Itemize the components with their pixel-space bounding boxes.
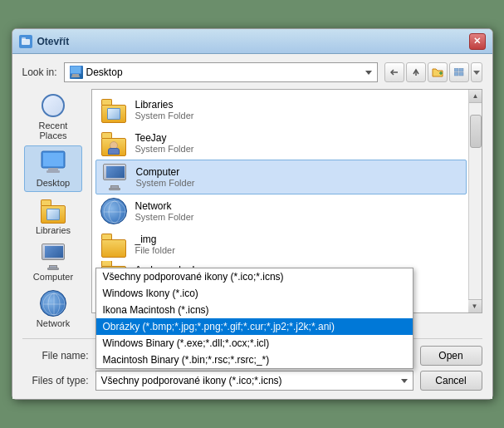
desktop-icon-small [70,66,83,79]
dialog-body: Look in: Desktop [12,54,492,399]
file-item-network-name: Network [135,200,194,212]
file-item-network-info: Network System Folder [135,200,194,222]
dropdown-item-2[interactable]: Ikona Macintosh (*.icns) [96,302,413,318]
sidebar-item-desktop-label: Desktop [37,178,70,188]
current-folder-text: Desktop [86,66,123,78]
filetype-dropdown-arrow [401,379,408,383]
sidebar-item-recent[interactable]: Recent Places [24,89,82,144]
sidebar-item-recent-label: Recent Places [26,121,81,140]
file-icon-teejay [100,130,127,156]
dropdown-item-0[interactable]: Všechny podporované ikony (*.ico;*.icns) [96,268,413,285]
dropdown-item-4[interactable]: Windows Binary (*.exe;*.dll;*.ocx;*.icl) [96,335,413,352]
file-item-libraries[interactable]: Libraries System Folder [95,93,467,126]
svg-rect-1 [22,37,26,40]
dropdown-item-1[interactable]: Windows Ikony (*.ico) [96,285,413,302]
title-bar-left: Otevřít [19,35,70,48]
view-button[interactable] [449,62,469,82]
svg-rect-11 [459,68,463,71]
file-item-img[interactable]: _img File folder [95,228,467,261]
file-item-img-info: _img File folder [135,234,175,255]
svg-rect-5 [71,76,80,77]
file-item-img-type: File folder [135,245,175,255]
sidebar-item-network-label: Network [37,318,70,328]
filetype-label: Files of type: [22,375,89,386]
file-item-network-type: System Folder [135,212,194,222]
file-item-computer-info: Computer System Folder [136,166,195,188]
file-icon-libraries [100,96,127,123]
svg-rect-13 [459,72,463,76]
look-in-dropdown-left: Desktop [70,66,123,79]
sidebar-item-libraries-label: Libraries [36,225,71,235]
dialog-icon [19,35,32,48]
file-item-teejay-info: TeeJay System Folder [135,132,194,154]
file-item-teejay-type: System Folder [135,144,194,154]
look-in-dropdown[interactable]: Desktop [64,62,378,82]
svg-rect-10 [454,68,458,71]
look-in-dropdown-arrow [365,71,372,75]
svg-rect-0 [22,39,30,45]
look-in-row: Look in: Desktop [22,62,482,82]
view-dropdown-button[interactable] [471,62,482,82]
new-folder-button[interactable] [428,62,448,82]
svg-rect-17 [46,170,60,173]
file-item-libraries-name: Libraries [135,99,194,111]
look-in-label: Look in: [22,66,57,78]
scrollbar-down-arrow[interactable]: ▼ [468,299,482,312]
file-item-libraries-info: Libraries System Folder [135,99,194,121]
open-file-dialog: Otevřít ✕ Look in: Desktop [12,28,493,400]
file-icon-network [100,198,127,224]
file-item-network[interactable]: Network System Folder [95,194,467,228]
back-button[interactable] [384,62,404,82]
file-item-computer[interactable]: Computer System Folder [95,160,467,194]
svg-rect-15 [43,153,63,166]
svg-rect-4 [72,74,79,76]
sidebar-item-computer[interactable]: Computer [24,240,82,285]
file-item-img-name: _img [135,234,175,245]
file-item-computer-type: System Folder [136,178,195,188]
file-item-libraries-type: System Folder [135,111,194,121]
svg-rect-3 [71,66,81,73]
file-item-teejay[interactable]: TeeJay System Folder [95,126,467,160]
bottom-area: File name: Open Files of type: Všechny p… [22,338,482,391]
title-bar: Otevřít ✕ [12,29,492,54]
open-button[interactable]: Open [420,346,482,366]
sidebar-item-network[interactable]: Network [24,287,82,332]
dialog-title: Otevřít [37,36,70,47]
file-icon-computer [101,164,128,190]
svg-rect-12 [454,72,458,76]
sidebar-item-computer-label: Computer [33,272,73,282]
libraries-sidebar-icon [40,197,66,224]
up-button[interactable] [406,62,426,82]
sidebar-item-libraries[interactable]: Libraries [24,194,82,239]
file-item-teejay-name: TeeJay [135,132,194,144]
scrollbar-up-arrow[interactable]: ▲ [469,90,482,103]
network-sidebar-icon [40,290,66,317]
sidebar-item-desktop[interactable]: Desktop [24,145,82,192]
recent-places-icon [40,92,66,119]
dropdown-item-3[interactable]: Obrázky (*.bmp;*.jpg;*.png;*.gif;*.cur;*… [96,318,413,335]
scrollbar-track: ▲ ▼ [468,90,482,312]
filetype-value: Všechny podporované ikony (*.ico;*.icns) [101,375,282,386]
computer-sidebar-icon [40,244,66,270]
toolbar-icons [384,62,482,82]
filetype-dropdown[interactable]: Všechny podporované ikony (*.ico;*.icns) [95,371,413,391]
scrollbar-thumb[interactable] [470,115,482,148]
filetype-dropdown-menu: Všechny podporované ikony (*.ico;*.icns)… [95,268,413,369]
file-icon-img [100,231,127,258]
left-panel: Recent Places Desktop [22,89,85,332]
close-button[interactable]: ✕ [469,33,486,50]
svg-rect-16 [48,168,58,170]
desktop-sidebar-icon [40,150,66,176]
dropdown-item-5[interactable]: Macintosh Binary (*.bin;*.rsc;*.rsrc;_*) [96,352,413,368]
filename-label: File name: [22,350,89,362]
cancel-button[interactable]: Cancel [420,371,482,391]
filetype-row: Files of type: Všechny podporované ikony… [22,371,482,391]
file-item-computer-name: Computer [136,166,195,178]
